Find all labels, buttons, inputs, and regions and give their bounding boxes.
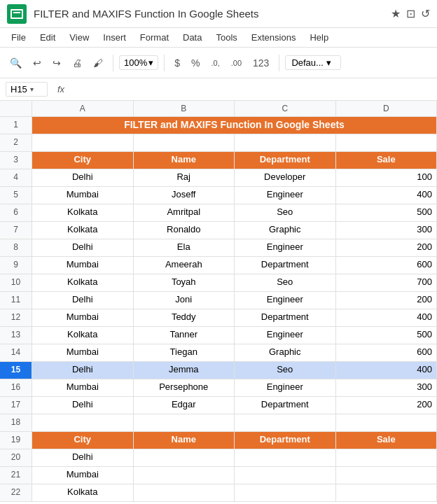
cell-a12[interactable]: Mumbai	[32, 309, 134, 326]
zoom-control[interactable]: 100% ▾	[119, 55, 158, 70]
cell-c20[interactable]	[235, 449, 336, 466]
dec-decrease-button[interactable]: .0,	[207, 56, 224, 70]
col-header-d[interactable]: D	[336, 101, 438, 116]
cell-b22[interactable]	[134, 484, 235, 501]
cell-d9[interactable]: 600	[336, 257, 438, 274]
cell-c21[interactable]	[235, 467, 336, 484]
cell-a13[interactable]: Kolkata	[32, 327, 134, 344]
menu-format[interactable]: Format	[134, 31, 174, 44]
cell-c10[interactable]: Seo	[235, 274, 336, 291]
cell-a16[interactable]: Mumbai	[32, 379, 134, 396]
cell-b5[interactable]: Joseff	[134, 187, 235, 204]
cell-c8[interactable]: Engineer	[235, 239, 336, 256]
folder-icon[interactable]: ⊡	[406, 7, 415, 20]
cell-a15[interactable]: Delhi	[32, 362, 134, 379]
cell-c18[interactable]	[235, 414, 336, 431]
cell-d11[interactable]: 200	[336, 292, 438, 309]
search-button[interactable]: 🔍	[6, 55, 26, 71]
cell-c5[interactable]: Engineer	[235, 187, 336, 204]
undo-button[interactable]: ↩	[29, 55, 46, 71]
cell-c19[interactable]: Department	[235, 432, 336, 449]
percent-button[interactable]: %	[187, 55, 204, 71]
cell-c11[interactable]: Engineer	[235, 292, 336, 309]
cell-d4[interactable]: 100	[336, 169, 438, 186]
cell-d3[interactable]: Sale	[336, 152, 438, 169]
formula-input[interactable]	[74, 84, 431, 94]
col-header-a[interactable]: A	[32, 101, 134, 116]
font-format-selector[interactable]: Defau... ▾	[285, 55, 341, 70]
print-button[interactable]: 🖨	[68, 55, 86, 71]
cell-b21[interactable]	[134, 467, 235, 484]
cell-a19[interactable]: City	[32, 432, 134, 449]
cell-d22[interactable]	[336, 484, 438, 501]
cell-a18[interactable]	[32, 414, 134, 431]
col-header-b[interactable]: B	[134, 101, 235, 116]
cell-d19[interactable]: Sale	[336, 432, 438, 449]
cell-b20[interactable]	[134, 449, 235, 466]
cell-a9[interactable]: Mumbai	[32, 257, 134, 274]
cell-d7[interactable]: 300	[336, 222, 438, 239]
cell-b8[interactable]: Ela	[134, 239, 235, 256]
cell-c15[interactable]: Seo	[235, 362, 336, 379]
cell-d15[interactable]: 400	[336, 362, 438, 379]
menu-tools[interactable]: Tools	[210, 31, 242, 44]
cell-a4[interactable]: Delhi	[32, 169, 134, 186]
cell-b19[interactable]: Name	[134, 432, 235, 449]
cell-reference[interactable]: H15 ▾	[6, 82, 48, 97]
cell-a8[interactable]: Delhi	[32, 239, 134, 256]
redo-button[interactable]: ↪	[48, 55, 65, 71]
cell-d21[interactable]	[336, 467, 438, 484]
cell-d18[interactable]	[336, 414, 438, 431]
star-icon[interactable]: ★	[391, 7, 401, 20]
cell-a2[interactable]	[32, 134, 134, 151]
cell-c3[interactable]: Department	[235, 152, 336, 169]
cell-b6[interactable]: Amritpal	[134, 204, 235, 221]
cell-b12[interactable]: Teddy	[134, 309, 235, 326]
cell-d14[interactable]: 600	[336, 344, 438, 361]
fx-button[interactable]: fx	[53, 84, 69, 94]
cell-d12[interactable]: 400	[336, 309, 438, 326]
cell-a14[interactable]: Mumbai	[32, 344, 134, 361]
cell-b13[interactable]: Tanner	[134, 327, 235, 344]
menu-file[interactable]: File	[6, 31, 32, 44]
cell-c12[interactable]: Department	[235, 309, 336, 326]
cell-d16[interactable]: 300	[336, 379, 438, 396]
cell-c2[interactable]	[235, 134, 336, 151]
cell-c22[interactable]	[235, 484, 336, 501]
cell-d5[interactable]: 400	[336, 187, 438, 204]
cell-d20[interactable]	[336, 449, 438, 466]
cell-ref-arrow[interactable]: ▾	[30, 85, 34, 93]
cell-a6[interactable]: Kolkata	[32, 204, 134, 221]
cell-b18[interactable]	[134, 414, 235, 431]
refresh-icon[interactable]: ↺	[421, 7, 430, 20]
cell-a3[interactable]: City	[32, 152, 134, 169]
cell-b14[interactable]: Tiegan	[134, 344, 235, 361]
menu-extensions[interactable]: Extensions	[246, 31, 302, 44]
cell-d6[interactable]: 500	[336, 204, 438, 221]
cell-a17[interactable]: Delhi	[32, 397, 134, 414]
cell-a7[interactable]: Kolkata	[32, 222, 134, 239]
menu-view[interactable]: View	[64, 31, 95, 44]
cell-b3[interactable]: Name	[134, 152, 235, 169]
cell-c16[interactable]: Engineer	[235, 379, 336, 396]
cell-c9[interactable]: Department	[235, 257, 336, 274]
menu-insert[interactable]: Insert	[97, 31, 132, 44]
menu-data[interactable]: Data	[177, 31, 207, 44]
cell-a11[interactable]: Delhi	[32, 292, 134, 309]
cell-b15[interactable]: Jemma	[134, 362, 235, 379]
cell-a5[interactable]: Mumbai	[32, 187, 134, 204]
cell-d17[interactable]: 200	[336, 397, 438, 414]
menu-help[interactable]: Help	[304, 31, 334, 44]
cell-d13[interactable]: 500	[336, 327, 438, 344]
cell-d8[interactable]: 200	[336, 239, 438, 256]
cell-d2[interactable]	[336, 134, 438, 151]
cell-b17[interactable]: Edgar	[134, 397, 235, 414]
cell-c4[interactable]: Developer	[235, 169, 336, 186]
menu-edit[interactable]: Edit	[34, 31, 61, 44]
format-123-button[interactable]: 123	[249, 55, 273, 71]
cell-a10[interactable]: Kolkata	[32, 274, 134, 291]
cell-c14[interactable]: Graphic	[235, 344, 336, 361]
cell-b7[interactable]: Ronaldo	[134, 222, 235, 239]
cell-b2[interactable]	[134, 134, 235, 151]
cell-c13[interactable]: Engineer	[235, 327, 336, 344]
